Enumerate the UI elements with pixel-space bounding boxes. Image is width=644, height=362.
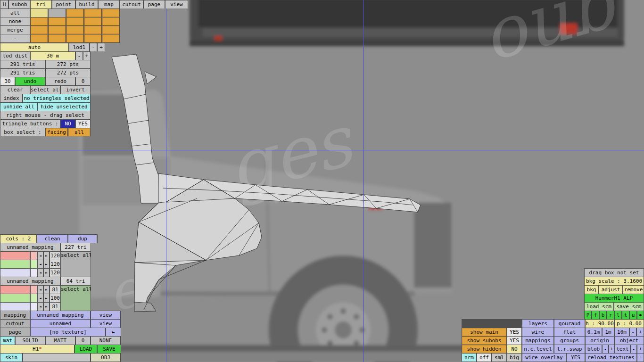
cutout-view-button[interactable]: view [91, 320, 120, 328]
show-hidden-toggle[interactable]: NO [507, 345, 521, 353]
subob-grid-cell[interactable] [49, 9, 66, 17]
mapping-view-button[interactable]: view [91, 311, 120, 319]
view-top-button[interactable]: t [622, 311, 629, 319]
save-button[interactable]: SAVE [98, 345, 121, 353]
load-button[interactable]: LOAD [75, 345, 97, 353]
reload-minus-button[interactable]: - [637, 354, 644, 362]
blob-minus-button[interactable]: - [603, 345, 608, 353]
subob-row-merge[interactable]: merge [0, 26, 30, 34]
undo-button[interactable]: undo [16, 77, 45, 85]
box-select-facing[interactable]: facing [46, 128, 67, 136]
show-main-label[interactable]: show main [462, 328, 506, 336]
mapping-prev-button[interactable]: ◄ [38, 252, 43, 260]
mapping-next-button[interactable]: ► [44, 303, 49, 311]
bkg-scale-value[interactable]: bkg scale : 3.1600 [585, 277, 644, 285]
lod-current[interactable]: lod1 [69, 43, 89, 51]
view-back-button[interactable]: b [600, 311, 606, 319]
menu-tab-map[interactable]: map [99, 0, 119, 8]
mapping-color-swatch[interactable] [31, 294, 37, 302]
mapping-prev-button[interactable]: ◄ [38, 260, 43, 268]
lod-dist-minus-button[interactable]: - [76, 52, 83, 60]
redo-button[interactable]: redo [46, 77, 75, 85]
view-right-button[interactable]: r [607, 311, 614, 319]
view-dot-button[interactable]: ● [637, 311, 644, 319]
hide-unselected-button[interactable]: hide unselected [38, 103, 90, 111]
cutout-bar-value[interactable]: unnamed [31, 320, 90, 328]
mapping-dup-button[interactable]: dup [68, 235, 97, 243]
menu-tab-subob[interactable]: subob [9, 0, 30, 8]
flat-button[interactable]: flat [554, 328, 585, 336]
mapping-group-name[interactable]: unnamed mapping [0, 243, 60, 251]
view-under-button[interactable]: u [630, 311, 636, 319]
save-scm-button[interactable]: save scm [614, 303, 644, 311]
mapping-prev-button[interactable]: ◄ [38, 286, 43, 294]
mapping-select-all-button[interactable]: select all [61, 252, 91, 277]
skin-name-field[interactable] [23, 354, 90, 362]
subob-row-all[interactable]: all [0, 9, 30, 17]
mapping-select-all-button[interactable]: select all [61, 286, 91, 311]
reload-textures-button[interactable]: reload textures [586, 354, 636, 362]
subob-grid-cell[interactable] [49, 34, 66, 42]
heading-value[interactable]: h : 90.00 [586, 320, 614, 328]
mapping-color-swatch[interactable] [0, 286, 30, 294]
index-button[interactable]: index [0, 94, 22, 102]
mapping-cols[interactable]: cols : 2 [0, 235, 36, 243]
mapping-color-swatch[interactable] [0, 260, 30, 268]
triangle-buttons-no[interactable]: NO [61, 120, 75, 128]
obj-export-button[interactable]: OBJ [91, 354, 120, 362]
mapping-next-button[interactable]: ► [44, 294, 49, 302]
mapping-prev-button[interactable]: ◄ [38, 294, 43, 302]
mapping-value[interactable]: 120 [50, 260, 60, 268]
subob-grid-cell[interactable] [102, 34, 119, 42]
lod-dist-plus-button[interactable]: + [83, 52, 90, 60]
lr-swap-button[interactable]: l.r.swap [554, 345, 585, 353]
text-button[interactable]: text [615, 345, 630, 353]
subob-grid-cell[interactable] [84, 26, 101, 34]
subob-grid-cell[interactable] [66, 34, 83, 42]
box-select-all[interactable]: all [68, 128, 90, 136]
mapping-value[interactable]: 81 [50, 303, 60, 311]
mapping-color-swatch[interactable] [31, 303, 37, 311]
mapping-next-button[interactable]: ► [44, 260, 49, 268]
grid-minus-button[interactable]: - [630, 328, 636, 336]
blob-button[interactable]: blob [586, 345, 602, 353]
bkg-texture-name[interactable]: HummerH1_ALP [585, 294, 644, 302]
menu-tab-h[interactable]: H [0, 0, 8, 8]
origin-button[interactable]: origin [586, 337, 614, 345]
load-scm-button[interactable]: load scm [585, 303, 613, 311]
mapping-next-button[interactable]: ► [44, 286, 49, 294]
select-all-button[interactable]: select all [31, 86, 60, 94]
subob-grid-cell[interactable] [84, 34, 101, 42]
bkg-remove-button[interactable]: remove [623, 286, 644, 294]
mapping-prev-button[interactable]: ◄ [38, 269, 43, 277]
mapping-prev-button[interactable]: ◄ [38, 303, 43, 311]
subob-grid-cell[interactable] [31, 26, 48, 34]
page-bar-value[interactable]: [no texture] [31, 328, 105, 336]
object-button[interactable]: object [615, 337, 644, 345]
subob-grid-cell[interactable] [66, 26, 83, 34]
subob-grid-cell[interactable] [84, 17, 101, 25]
nc-level-button[interactable]: n.c.level [522, 345, 553, 353]
bkg-button[interactable]: bkg [585, 286, 598, 294]
grid-1m-button[interactable]: 1m [603, 328, 614, 336]
subob-grid-cell[interactable] [66, 17, 83, 25]
lod-auto-button[interactable]: auto [0, 43, 68, 51]
mapping-color-swatch[interactable] [0, 294, 30, 302]
mapping-next-button[interactable]: ► [44, 252, 49, 260]
subob-row-none[interactable]: none [0, 17, 30, 25]
mapping-color-swatch[interactable] [0, 303, 30, 311]
subob-grid-cell[interactable] [66, 9, 83, 17]
subob-grid-cell[interactable] [31, 17, 48, 25]
gouraud-button[interactable]: gouraud [554, 320, 585, 328]
mapping-value[interactable]: 81 [50, 286, 60, 294]
mapping-next-button[interactable]: ► [44, 269, 49, 277]
show-hidden-label[interactable]: show hidden [462, 345, 506, 353]
menu-tab-page[interactable]: page [144, 0, 165, 8]
groups-button[interactable]: groups [554, 337, 585, 345]
mapping-clean-button[interactable]: clean [37, 235, 67, 243]
grid-plus-button[interactable]: + [637, 328, 644, 336]
model-name-field[interactable]: H1* [0, 345, 74, 353]
viewport[interactable]: ges oub e [0, 0, 644, 362]
subob-grid-cell[interactable] [49, 26, 66, 34]
mapping-color-swatch[interactable] [31, 252, 37, 260]
